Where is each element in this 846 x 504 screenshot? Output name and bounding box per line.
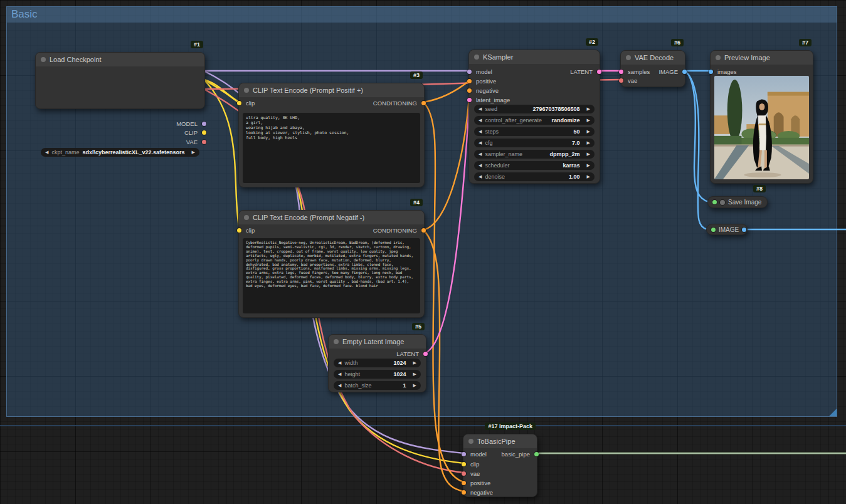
positive-prompt-textarea[interactable]: ultra quality, 8K UHD, a girl, wearing h… xyxy=(243,113,420,183)
image-port-dot[interactable] xyxy=(682,70,687,74)
node-clip-text-encode-positive[interactable]: #3 CLIP Text Encode (Prompt Positif +) c… xyxy=(238,83,425,187)
negative-prompt-textarea[interactable]: CyberRealistic_Negative-neg, Unrealistic… xyxy=(243,238,420,313)
collapse-toggle-icon[interactable] xyxy=(720,200,725,205)
port-label: vae xyxy=(470,470,480,477)
height-widget[interactable]: ◀ height 1024 ▶ xyxy=(334,370,421,379)
node-preview-image[interactable]: #7 Preview Image images xyxy=(710,50,813,184)
prev-arrow-icon[interactable]: ◀ xyxy=(338,370,341,379)
prev-arrow-icon[interactable]: ◀ xyxy=(479,116,482,125)
prev-arrow-icon[interactable]: ◀ xyxy=(479,172,482,181)
latent-port-dot[interactable] xyxy=(423,352,428,356)
output-basic-pipe: basic_pipe xyxy=(502,449,537,458)
vae-port-dot[interactable] xyxy=(619,78,623,83)
node-save-image-collapsed[interactable]: #8 Save Image xyxy=(707,196,768,208)
collapsed-input-dot[interactable] xyxy=(711,228,716,232)
node-load-checkpoint[interactable]: #1 Load Checkpoint MODEL CLIP VAE ◀ ckpt… xyxy=(35,52,205,109)
clip-port-dot[interactable] xyxy=(462,462,466,466)
model-port-dot[interactable] xyxy=(467,70,472,74)
next-arrow-icon[interactable]: ▶ xyxy=(587,105,590,113)
conditioning-port-dot[interactable] xyxy=(421,228,426,233)
batch-size-widget[interactable]: ◀ batch_size 1 ▶ xyxy=(334,381,421,390)
input-model: model xyxy=(469,67,492,76)
denoise-widget[interactable]: ◀ denoise 1.00 ▶ xyxy=(474,172,595,181)
clip-port-dot[interactable] xyxy=(237,228,241,233)
prev-arrow-icon[interactable]: ◀ xyxy=(338,381,341,390)
node-title-bar[interactable]: Load Checkpoint xyxy=(36,53,204,66)
node-title-text: CLIP Text Encode (Prompt Negatif -) xyxy=(253,214,364,221)
node-tobasicpipe[interactable]: #17 Impact-Pack ToBasicPipe model clip v… xyxy=(463,434,537,497)
next-arrow-icon[interactable]: ▶ xyxy=(587,150,590,159)
conditioning-port-dot[interactable] xyxy=(462,490,466,495)
next-arrow-icon[interactable]: ▶ xyxy=(587,116,590,125)
input-clip: clip xyxy=(239,98,255,107)
node-empty-latent-image[interactable]: #5 Empty Latent Image LATENT ◀ width 102… xyxy=(328,334,426,392)
node-badge: #4 xyxy=(410,199,423,206)
sampler-name-widget[interactable]: ◀ sampler_name dpmpp_2m ▶ xyxy=(474,150,595,159)
node-title-bar[interactable]: Preview Image xyxy=(711,51,813,65)
node-ksampler[interactable]: #2 KSampler model positive negative late… xyxy=(468,50,600,184)
image-port-dot[interactable] xyxy=(742,228,746,232)
next-arrow-icon[interactable]: ▶ xyxy=(413,359,416,367)
scheduler-widget[interactable]: ◀ scheduler karras ▶ xyxy=(474,161,595,170)
prev-arrow-icon[interactable]: ◀ xyxy=(479,105,482,113)
seed-widget[interactable]: ◀ seed 279670378506508 ▶ xyxy=(474,105,595,113)
node-title-bar[interactable]: KSampler xyxy=(469,50,600,64)
node-title-bar[interactable]: VAE Decode xyxy=(621,51,685,65)
width-widget[interactable]: ◀ width 1024 ▶ xyxy=(334,359,421,367)
conditioning-port-dot[interactable] xyxy=(462,481,466,485)
node-title-bar[interactable]: CLIP Text Encode (Prompt Positif +) xyxy=(239,83,424,97)
node-clip-text-encode-negative[interactable]: #4 CLIP Text Encode (Prompt Negatif -) c… xyxy=(238,210,425,318)
conditioning-port-dot[interactable] xyxy=(467,79,472,83)
widget-value: randomize xyxy=(552,117,580,123)
model-port-dot[interactable] xyxy=(462,452,466,456)
next-arrow-icon[interactable]: ▶ xyxy=(587,139,590,147)
control-after-generate-widget[interactable]: ◀ control_after_generate randomize ▶ xyxy=(474,116,595,125)
port-label: positive xyxy=(470,480,490,486)
next-arrow-icon[interactable]: ▶ xyxy=(192,148,195,157)
widget-value: dpmpp_2m xyxy=(550,151,580,157)
clip-port-dot[interactable] xyxy=(202,130,206,135)
conditioning-port-dot[interactable] xyxy=(467,88,472,93)
basic-pipe-port-dot[interactable] xyxy=(534,452,539,456)
prev-arrow-icon[interactable]: ◀ xyxy=(479,161,482,170)
node-title-bar[interactable]: ToBasicPipe xyxy=(463,434,537,448)
collapsed-input-dot[interactable] xyxy=(712,200,717,204)
node-title-bar[interactable]: Empty Latent Image xyxy=(329,335,426,349)
clip-port-dot[interactable] xyxy=(237,101,241,105)
next-arrow-icon[interactable]: ▶ xyxy=(587,161,590,170)
port-label: LATENT xyxy=(396,350,419,357)
conditioning-port-dot[interactable] xyxy=(421,101,426,105)
image-port-dot[interactable] xyxy=(709,70,713,74)
widget-value: sdxl\cyberrealisticXL_v22.safetensors xyxy=(83,149,185,155)
prev-arrow-icon[interactable]: ◀ xyxy=(45,148,48,157)
latent-port-dot[interactable] xyxy=(597,70,601,74)
ckpt-name-widget[interactable]: ◀ ckpt_name sdxl\cyberrealisticXL_v22.sa… xyxy=(41,148,199,157)
node-badge: #7 xyxy=(799,39,812,46)
node-graph-canvas[interactable]: Basic #1 xyxy=(0,0,846,504)
model-port-dot[interactable] xyxy=(202,122,206,126)
node-vae-decode[interactable]: #6 VAE Decode samples vae IMAGE xyxy=(620,50,685,87)
prev-arrow-icon[interactable]: ◀ xyxy=(479,127,482,136)
widget-label: control_after_generate xyxy=(485,117,542,123)
widget-value: 279670378506508 xyxy=(533,106,580,112)
next-arrow-icon[interactable]: ▶ xyxy=(413,381,416,390)
node-image-reroute-collapsed[interactable]: IMAGE xyxy=(706,224,748,235)
prev-arrow-icon[interactable]: ◀ xyxy=(479,139,482,147)
latent-port-dot[interactable] xyxy=(619,70,623,74)
vae-port-dot[interactable] xyxy=(462,471,466,476)
next-arrow-icon[interactable]: ▶ xyxy=(413,370,416,379)
prev-arrow-icon[interactable]: ◀ xyxy=(479,150,482,159)
output-vae: VAE xyxy=(186,137,204,146)
port-label: clip xyxy=(246,227,255,234)
input-model: model xyxy=(463,449,487,458)
cfg-widget[interactable]: ◀ cfg 7.0 ▶ xyxy=(474,139,595,147)
vae-port-dot[interactable] xyxy=(202,140,206,144)
next-arrow-icon[interactable]: ▶ xyxy=(587,172,590,181)
node-title-bar[interactable]: CLIP Text Encode (Prompt Negatif -) xyxy=(239,211,424,224)
widget-value: 7.0 xyxy=(572,140,580,146)
prev-arrow-icon[interactable]: ◀ xyxy=(338,359,341,367)
next-arrow-icon[interactable]: ▶ xyxy=(587,127,590,136)
preview-image-thumbnail[interactable] xyxy=(714,76,809,179)
steps-widget[interactable]: ◀ steps 50 ▶ xyxy=(474,127,595,136)
latent-port-dot[interactable] xyxy=(467,98,472,102)
